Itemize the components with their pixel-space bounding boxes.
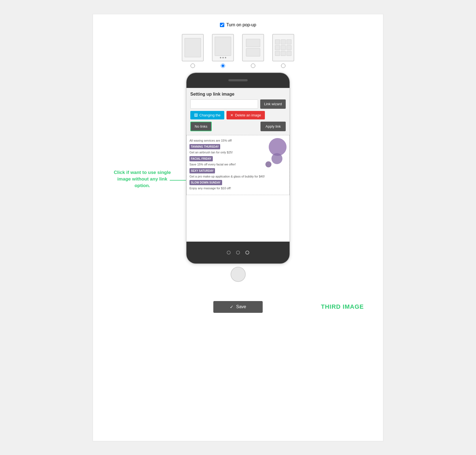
phone-mockup: Setting up link image Link wizard 🖼 Chan… bbox=[186, 72, 290, 264]
content-text-3: Get a pro make-up application & glass of… bbox=[189, 174, 287, 179]
grid-cell-7 bbox=[275, 51, 280, 56]
save-row: ✓ Save THIRD IMAGE bbox=[101, 301, 375, 313]
layout-thumb-1-inner bbox=[185, 38, 201, 57]
delete-image-button[interactable]: ✕ Delete an image bbox=[226, 111, 265, 119]
changing-the-button[interactable]: 🖼 Changing the bbox=[190, 111, 224, 119]
layout-thumb-1[interactable] bbox=[182, 34, 204, 61]
nav-dot-1 bbox=[227, 251, 231, 254]
grid-cell-5 bbox=[281, 45, 286, 50]
popup-toggle-row: Turn on pop-up bbox=[220, 22, 256, 27]
layout-option-1[interactable] bbox=[182, 34, 204, 68]
dot3 bbox=[225, 57, 226, 58]
main-container: Turn on pop-up bbox=[93, 14, 383, 441]
bubble-medium bbox=[271, 153, 282, 164]
save-button[interactable]: ✓ Save bbox=[213, 301, 262, 313]
layout-option-4[interactable] bbox=[272, 34, 294, 68]
dot1 bbox=[220, 57, 221, 58]
link-wizard-button[interactable]: Link wizard bbox=[260, 99, 286, 109]
grid-cell-1 bbox=[275, 39, 280, 44]
layout-option-2[interactable] bbox=[212, 34, 234, 68]
content-text-4: Enjoy any massage for $10 off! bbox=[189, 186, 287, 191]
changing-the-label: Changing the bbox=[199, 113, 220, 117]
checkmark-icon: ✓ bbox=[230, 304, 233, 310]
dialog-url-row: Link wizard bbox=[190, 99, 286, 109]
delete-image-label: Delete an image bbox=[235, 113, 261, 117]
nav-dot-3 bbox=[245, 251, 249, 254]
layout-thumbnails-row bbox=[182, 34, 294, 68]
save-label: Save bbox=[236, 304, 246, 309]
phone-speaker bbox=[228, 79, 248, 81]
grid-cell-9 bbox=[287, 51, 291, 56]
phone-content: Setting up link image Link wizard 🖼 Chan… bbox=[186, 88, 290, 242]
phone-mockup-wrapper: Setting up link image Link wizard 🖼 Chan… bbox=[186, 72, 290, 282]
popup-toggle-checkbox[interactable] bbox=[220, 23, 224, 27]
annotation-text: Click if want to use single image withou… bbox=[112, 169, 172, 189]
phone-bottom-bar bbox=[186, 242, 290, 264]
dialog-bottom-row: No links Apply link bbox=[190, 122, 286, 131]
x-icon: ✕ bbox=[230, 113, 233, 117]
content-label-4: SLOW DOWN SUNDAY bbox=[189, 180, 222, 185]
grid-cell-6 bbox=[287, 45, 291, 50]
popup-toggle-label: Turn on pop-up bbox=[226, 22, 256, 27]
grid-cell-8 bbox=[281, 51, 286, 56]
decorative-bubbles bbox=[265, 138, 287, 171]
layout-thumb-3-top bbox=[246, 39, 260, 47]
layout-thumb-2-inner bbox=[215, 37, 231, 56]
layout-thumb-2[interactable] bbox=[212, 34, 234, 61]
dialog-url-input[interactable] bbox=[190, 99, 258, 109]
annotation-block: Click if want to use single image withou… bbox=[112, 169, 172, 189]
grid-cell-2 bbox=[281, 39, 286, 44]
image-icon: 🖼 bbox=[194, 113, 198, 117]
apply-link-button[interactable]: Apply link bbox=[260, 122, 286, 131]
layout-radio-2[interactable] bbox=[221, 64, 225, 68]
dialog-title: Setting up link image bbox=[190, 92, 286, 97]
layout-thumb-3[interactable] bbox=[242, 34, 264, 61]
no-links-button[interactable]: No links bbox=[190, 122, 212, 131]
dialog-area: Setting up link image Link wizard 🖼 Chan… bbox=[186, 88, 290, 135]
content-item-4: SLOW DOWN SUNDAY Enjoy any massage for $… bbox=[189, 180, 287, 191]
dot2 bbox=[222, 57, 224, 58]
layout-option-3[interactable] bbox=[242, 34, 264, 68]
layout-radio-3[interactable] bbox=[251, 64, 255, 68]
layout-thumb-2-dots bbox=[220, 57, 226, 58]
layout-radio-4[interactable] bbox=[281, 64, 285, 68]
layout-thumb-3-bottom bbox=[246, 48, 260, 56]
content-label-1: TANNING THURSDAY bbox=[189, 144, 220, 149]
third-image-label: THIRD IMAGE bbox=[321, 303, 364, 310]
content-label-2: FACIAL FRIDAY bbox=[189, 156, 213, 161]
layout-thumb-4[interactable] bbox=[272, 34, 294, 61]
layout-thumb-4-grid bbox=[273, 37, 294, 58]
bubble-small bbox=[265, 161, 271, 167]
nav-dot-2 bbox=[236, 251, 240, 254]
phone-top-bar bbox=[186, 73, 290, 88]
phone-home-button[interactable] bbox=[231, 267, 246, 282]
content-label-3: SEXY SATURDAY bbox=[189, 168, 215, 173]
grid-cell-4 bbox=[275, 45, 280, 50]
dialog-action-row: 🖼 Changing the ✕ Delete an image bbox=[190, 111, 286, 119]
content-list: All waxing services are 15% off! TANNING… bbox=[186, 135, 290, 195]
layout-radio-1[interactable] bbox=[191, 64, 195, 68]
grid-cell-3 bbox=[287, 39, 291, 44]
